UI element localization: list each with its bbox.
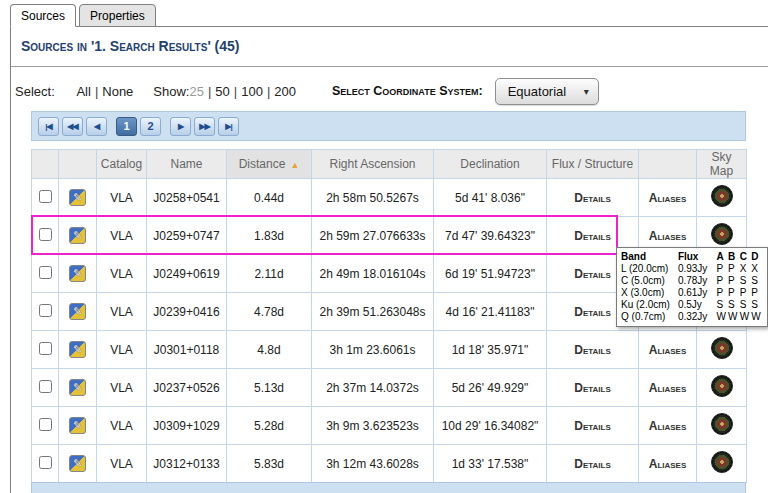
- aliases-link[interactable]: Aliases: [649, 381, 687, 395]
- pencil-icon: ✎: [73, 230, 82, 241]
- edit-cell: ✎: [59, 293, 97, 331]
- name-cell: J0237+0526: [147, 369, 227, 407]
- name-cell: J0301+0118: [147, 331, 227, 369]
- edit-source-icon[interactable]: ✎: [69, 417, 86, 434]
- separator: |: [230, 84, 241, 99]
- pencil-icon: ✎: [73, 192, 82, 203]
- header-divider: [11, 66, 768, 67]
- row-checkbox[interactable]: [39, 418, 52, 431]
- chevron-down-icon: ▾: [584, 86, 589, 97]
- details-link[interactable]: Details: [574, 457, 611, 471]
- aliases-link[interactable]: Aliases: [649, 343, 687, 357]
- flux-tooltip-cell: W: [751, 311, 763, 323]
- previous-page-button[interactable]: ◀: [86, 117, 107, 136]
- edit-source-icon[interactable]: ✎: [69, 189, 86, 206]
- show-50-link[interactable]: 50: [215, 84, 229, 99]
- aliases-link[interactable]: Aliases: [649, 419, 687, 433]
- select-all-link[interactable]: All: [76, 84, 90, 99]
- dec-cell: 5d 41' 8.036": [434, 179, 547, 217]
- details-link[interactable]: Details: [574, 191, 611, 205]
- flux-tooltip-cell: Ku (2.0cm): [621, 299, 678, 311]
- flux-column-header[interactable]: Flux / Structure: [547, 150, 639, 179]
- catalog-column-header[interactable]: Catalog: [97, 150, 147, 179]
- row-checkbox[interactable]: [39, 190, 52, 203]
- flux-tooltip-row: L (20.0cm)0.93JyPPXX: [621, 263, 763, 275]
- edit-cell: ✎: [59, 407, 97, 445]
- details-link[interactable]: Details: [574, 381, 611, 395]
- aliases-link[interactable]: Aliases: [649, 191, 687, 205]
- edit-source-icon[interactable]: ✎: [69, 379, 86, 396]
- name-column-header[interactable]: Name: [147, 150, 227, 179]
- aliases-link[interactable]: Aliases: [649, 229, 687, 243]
- sky-map-icon[interactable]: [711, 451, 733, 473]
- row-checkbox[interactable]: [39, 380, 52, 393]
- flux-tooltip-header: D: [751, 251, 763, 263]
- controls-row: Select: All | None Show: 25 | 50 | 100 |…: [15, 77, 765, 105]
- flux-tooltip-row: Q (0.7cm)0.32JyWWWW: [621, 311, 763, 323]
- skymap-column-header[interactable]: Sky Map: [697, 150, 747, 179]
- sky-map-icon[interactable]: [711, 375, 733, 397]
- sky-map-icon[interactable]: [711, 337, 733, 359]
- flux-tooltip-cell: P: [728, 287, 740, 299]
- distance-column-header[interactable]: Distance▲: [227, 150, 312, 179]
- next-page-button[interactable]: ▶: [170, 117, 191, 136]
- row-checkbox[interactable]: [39, 304, 52, 317]
- edit-source-icon[interactable]: ✎: [69, 303, 86, 320]
- fast-forward-button[interactable]: ▶▶: [194, 117, 215, 136]
- sky-map-icon[interactable]: [711, 413, 733, 435]
- details-link[interactable]: Details: [574, 267, 611, 281]
- sky-map-icon[interactable]: [711, 223, 733, 245]
- coordinate-system-select[interactable]: Equatorial ▾: [495, 78, 599, 105]
- details-link[interactable]: Details: [574, 419, 611, 433]
- show-200-link[interactable]: 200: [274, 84, 296, 99]
- edit-column-header: [59, 150, 97, 179]
- edit-cell: ✎: [59, 369, 97, 407]
- checkbox-cell: [32, 179, 59, 217]
- dec-cell: 6d 19' 51.94723": [434, 255, 547, 293]
- name-cell: J0309+1029: [147, 407, 227, 445]
- aliases-link[interactable]: Aliases: [649, 457, 687, 471]
- last-page-button[interactable]: ▶|: [218, 117, 239, 136]
- edit-source-icon[interactable]: ✎: [69, 341, 86, 358]
- sort-ascending-icon: ▲: [290, 160, 299, 170]
- flux-tooltip-cell: W: [716, 311, 728, 323]
- details-link[interactable]: Details: [574, 229, 611, 243]
- show-current: 25: [189, 84, 203, 99]
- separator: |: [263, 84, 274, 99]
- edit-source-icon[interactable]: ✎: [69, 455, 86, 472]
- flux-tooltip-cell: S: [740, 275, 752, 287]
- tab-sources[interactable]: Sources: [10, 4, 76, 27]
- pencil-icon: ✎: [73, 268, 82, 279]
- fast-back-button[interactable]: ◀◀: [62, 117, 83, 136]
- row-checkbox[interactable]: [39, 266, 52, 279]
- coordinate-system-value: Equatorial: [508, 84, 567, 99]
- show-100-link[interactable]: 100: [241, 84, 263, 99]
- flux-tooltip-header: Band: [621, 251, 678, 263]
- catalog-cell: VLA: [97, 331, 147, 369]
- sky-map-icon[interactable]: [711, 185, 733, 207]
- details-link[interactable]: Details: [574, 343, 611, 357]
- dec-cell: 5d 26' 49.929": [434, 369, 547, 407]
- ra-cell: 2h 59m 27.076633s: [312, 217, 434, 255]
- dec-column-header[interactable]: Declination: [434, 150, 547, 179]
- row-checkbox[interactable]: [39, 228, 52, 241]
- row-checkbox[interactable]: [39, 342, 52, 355]
- flux-tooltip-header: A: [716, 251, 728, 263]
- page-1-button[interactable]: 1: [116, 117, 137, 136]
- next-page-icon: ▶: [178, 122, 183, 131]
- row-checkbox[interactable]: [39, 456, 52, 469]
- flux-tooltip-cell: S: [751, 299, 763, 311]
- tab-properties[interactable]: Properties: [79, 4, 156, 27]
- fast-forward-icon: ▶▶: [199, 122, 209, 131]
- page-2-button[interactable]: 2: [140, 117, 161, 136]
- first-page-button[interactable]: |◀: [38, 117, 59, 136]
- aliases-column-header: [639, 150, 697, 179]
- separator: |: [204, 84, 215, 99]
- edit-source-icon[interactable]: ✎: [69, 227, 86, 244]
- details-link[interactable]: Details: [574, 305, 611, 319]
- ra-column-header[interactable]: Right Ascension: [312, 150, 434, 179]
- ra-cell: 2h 39m 51.263048s: [312, 293, 434, 331]
- table-row: ✎ VLA J0301+0118 4.8d 3h 1m 23.6061s 1d …: [32, 331, 747, 369]
- select-none-link[interactable]: None: [102, 84, 133, 99]
- edit-source-icon[interactable]: ✎: [69, 265, 86, 282]
